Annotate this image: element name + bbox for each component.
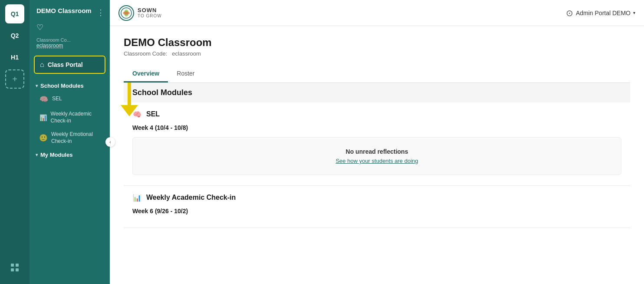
classroom-code-label: Classroom Co... — [36, 37, 103, 43]
tab-roster[interactable]: Roster — [168, 66, 203, 83]
academic-checkin-name: Weekly Academic Check-in — [146, 194, 236, 201]
classroom-code-display: eclassroom — [172, 50, 200, 57]
sel-week-label: Week 4 (10/4 - 10/8) — [132, 124, 621, 131]
school-modules-header: School Modules — [124, 83, 630, 102]
admin-menu[interactable]: ⊙ Admin Portal DEMO ▾ — [566, 8, 635, 18]
nav-item-sel[interactable]: 🧠 SEL — [30, 91, 110, 107]
sel-module-title-row: 🧠 SEL — [132, 109, 621, 119]
logo-text: SOWN TO GROW — [138, 7, 162, 18]
svg-rect-3 — [16, 268, 19, 271]
class-portal-button[interactable]: ⌂ Class Portal — [34, 56, 105, 74]
classroom-code-value: eclassroom — [36, 43, 103, 49]
academic-chart-icon: 📊 — [132, 193, 142, 202]
left-nav: DEMO Classroom ⋮ ♡ Classroom Co... eclas… — [30, 0, 110, 284]
my-modules-section-header[interactable]: ▾ My Modules — [30, 148, 110, 160]
logo-circle — [118, 5, 134, 21]
quarter-btn-h1[interactable]: H1 — [5, 48, 24, 67]
left-nav-wrapper: DEMO Classroom ⋮ ♡ Classroom Co... eclas… — [30, 0, 110, 284]
logo-area: SOWN TO GROW — [118, 5, 162, 21]
svg-rect-1 — [16, 264, 19, 267]
svg-point-8 — [123, 11, 130, 15]
more-options-icon[interactable]: ⋮ — [97, 8, 105, 17]
sel-module-section: 🧠 SEL Week 4 (10/4 - 10/8) No unread ref… — [124, 102, 630, 186]
collapse-nav-button[interactable]: ‹ — [105, 137, 115, 147]
admin-dropdown-chevron: ▾ — [633, 10, 635, 15]
emoji-icon: 🙂 — [39, 133, 48, 143]
school-modules-chevron: ▾ — [36, 83, 38, 88]
class-portal-label: Class Portal — [48, 61, 83, 68]
page-content: DEMO Classroom Classroom Code: eclassroo… — [110, 26, 644, 284]
no-reflections-text: No unread reflections — [143, 148, 611, 155]
quarter-btn-q1[interactable]: Q1 — [5, 4, 24, 23]
left-nav-header: DEMO Classroom ⋮ — [30, 0, 110, 21]
brain-icon: 🧠 — [39, 94, 49, 104]
grid-icon[interactable] — [5, 258, 24, 277]
home-icon: ⌂ — [40, 61, 44, 69]
logo-sown: SOWN — [138, 7, 162, 13]
school-modules-section-header[interactable]: ▾ School Modules — [30, 79, 110, 91]
admin-label: Admin Portal DEMO — [576, 10, 631, 17]
admin-account-icon: ⊙ — [566, 8, 573, 18]
academic-checkin-title-row: 📊 Weekly Academic Check-in — [132, 193, 621, 202]
nav-item-sel-label: SEL — [52, 96, 62, 102]
school-modules-label: School Modules — [40, 83, 84, 89]
main-content: SOWN TO GROW ⊙ Admin Portal DEMO ▾ DEMO … — [110, 0, 644, 284]
classroom-code-section: Classroom Co... eclassroom — [30, 36, 110, 54]
my-modules-label: My Modules — [40, 152, 72, 158]
top-bar: SOWN TO GROW ⊙ Admin Portal DEMO ▾ — [110, 0, 644, 26]
nav-item-weekly-academic[interactable]: 📊 Weekly Academic Check-in — [30, 107, 110, 128]
nav-item-weekly-emotional-label: Weekly Emotional Check-in — [51, 131, 104, 145]
favorite-icon[interactable]: ♡ — [30, 21, 110, 36]
nav-item-weekly-academic-label: Weekly Academic Check-in — [51, 111, 104, 124]
add-class-button[interactable]: + — [5, 69, 24, 89]
quarter-btn-q2[interactable]: Q2 — [5, 26, 24, 45]
svg-rect-0 — [11, 264, 14, 267]
academic-checkin-module-section: 📊 Weekly Academic Check-in Week 6 (9/26 … — [124, 186, 630, 228]
see-how-link[interactable]: See how your students are doing — [143, 158, 611, 164]
sel-brain-icon: 🧠 — [132, 109, 142, 119]
quarter-sidebar: Q1 Q2 H1 + — [0, 0, 30, 284]
tab-overview[interactable]: Overview — [124, 66, 168, 83]
chart-icon: 📊 — [39, 113, 47, 122]
svg-rect-2 — [11, 268, 14, 271]
reflection-box: No unread reflections See how your stude… — [132, 137, 621, 175]
nav-item-weekly-emotional[interactable]: 🙂 Weekly Emotional Check-in — [30, 128, 110, 148]
classroom-code-row: Classroom Code: eclassroom — [124, 50, 630, 57]
classroom-code-prefix: Classroom Code: — [124, 50, 167, 57]
academic-week-label: Week 6 (9/26 - 10/2) — [132, 208, 621, 215]
logo-togrow: TO GROW — [138, 13, 162, 18]
classroom-title: DEMO Classroom — [36, 7, 92, 15]
my-modules-chevron: ▾ — [36, 152, 38, 157]
tabs-row: Overview Roster — [124, 66, 630, 83]
page-title: DEMO Classroom — [124, 36, 630, 49]
sel-module-name: SEL — [146, 110, 160, 118]
